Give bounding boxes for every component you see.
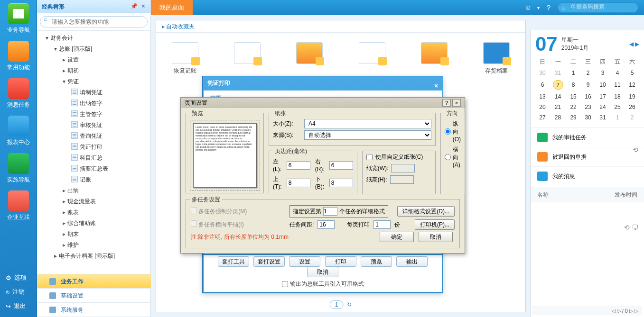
tasks-refresh-icon[interactable]: ⟲ 🗨: [624, 224, 638, 231]
cal-day-cell[interactable]: 20: [535, 102, 550, 112]
landscape-radio[interactable]: [445, 154, 451, 160]
cal-day-cell[interactable]: 9: [581, 78, 596, 91]
per-page-input[interactable]: [373, 220, 391, 229]
options-link[interactable]: ⚙选项: [0, 271, 37, 285]
cal-day-cell[interactable]: 17: [596, 91, 610, 102]
task-messages[interactable]: 我的消息: [531, 166, 644, 186]
icon-blank-1[interactable]: [233, 42, 261, 75]
btn-print-tool[interactable]: 套打工具: [218, 256, 249, 267]
chevron-down-icon[interactable]: ▾: [537, 5, 540, 10]
btn-preview[interactable]: 预览: [361, 256, 392, 267]
paper-size-select[interactable]: A4: [304, 119, 431, 128]
nav-business[interactable]: 业务导航: [0, 0, 37, 37]
leaf-fill[interactable]: 填制凭证: [37, 87, 150, 98]
cal-day-cell[interactable]: 11: [610, 78, 625, 91]
cal-day-cell[interactable]: 8: [566, 78, 581, 91]
print-dialog-close-icon[interactable]: ×: [432, 79, 440, 87]
printer-button[interactable]: 打印机(P)...: [415, 219, 455, 230]
tab-business-work[interactable]: 业务工作: [37, 274, 151, 289]
cal-prev-icon[interactable]: ◀: [629, 41, 634, 47]
nav-reports[interactable]: 报表中心: [0, 112, 37, 150]
portrait-radio[interactable]: [445, 128, 451, 135]
node-books[interactable]: ▸账表: [37, 207, 150, 218]
cal-day-cell[interactable]: 14: [550, 91, 566, 102]
icon-restore-posting[interactable]: 恢复记账: [170, 42, 199, 75]
paper-source-select[interactable]: 自动选择: [304, 130, 431, 140]
node-cashier[interactable]: ▸出纳: [37, 185, 150, 196]
node-general-ledger[interactable]: ▾总账 [演示版]: [37, 44, 150, 54]
nav-enterprise[interactable]: 企业互联: [0, 187, 37, 225]
node-earchive[interactable]: ▸电子会计档案 [演示版]: [37, 251, 150, 262]
icon-blank-4[interactable]: [420, 42, 448, 75]
btn-print[interactable]: 打印: [325, 256, 356, 267]
output-format-checkbox[interactable]: [282, 281, 288, 287]
margin-left-input[interactable]: [287, 161, 310, 170]
cal-day-cell[interactable]: 31: [550, 68, 566, 78]
leaf-query[interactable]: 查询凭证: [37, 131, 150, 142]
cal-day-cell[interactable]: 16: [581, 91, 596, 102]
cal-day-cell[interactable]: 3: [596, 68, 610, 78]
btn-print-setup[interactable]: 套打设置: [253, 256, 285, 267]
leaf-post[interactable]: 记账: [37, 174, 150, 185]
btn-cancel[interactable]: 取消: [307, 267, 338, 277]
custom-paper-checkbox[interactable]: [366, 154, 373, 160]
panel-close-icon[interactable]: ×: [140, 3, 147, 9]
barcode-search-input[interactable]: 单据条码搜索: [558, 2, 638, 13]
cal-day-cell[interactable]: 29: [566, 112, 581, 123]
cal-day-cell[interactable]: 12: [625, 78, 640, 91]
node-finance[interactable]: ▾财务会计: [37, 33, 150, 44]
refresh-icon[interactable]: ↻: [347, 301, 352, 308]
logout-link[interactable]: ⎋注销: [0, 285, 37, 299]
cal-day-cell[interactable]: 27: [535, 112, 550, 123]
cal-day-cell[interactable]: 2: [625, 112, 640, 123]
paper-width-input[interactable]: [391, 164, 415, 172]
icon-inventory[interactable]: 存货档案: [482, 42, 511, 75]
cal-day-cell[interactable]: 1: [566, 68, 581, 78]
task-number-stepper[interactable]: [323, 207, 337, 216]
cal-day-cell[interactable]: 10: [596, 78, 610, 91]
node-aux[interactable]: ▸综合辅助账: [37, 218, 150, 229]
cal-day-cell[interactable]: 28: [550, 112, 566, 123]
cal-day-cell[interactable]: 18: [610, 91, 625, 102]
node-maintain[interactable]: ▸维护: [37, 240, 150, 251]
cal-day-cell[interactable]: 26: [625, 102, 640, 112]
cal-day-cell[interactable]: 6: [535, 78, 550, 91]
help-icon[interactable]: ?: [544, 3, 553, 12]
node-initial[interactable]: ▸期初: [37, 65, 150, 76]
ok-button[interactable]: 确定: [380, 232, 414, 242]
page-setup-titlebar[interactable]: 页面设置 ? ×: [181, 98, 465, 108]
calendar-grid[interactable]: 日一二三四五六 30311234567891011121314151617181…: [535, 56, 640, 123]
nav-implement[interactable]: 实施导航: [0, 150, 37, 187]
cal-day-cell[interactable]: 22: [566, 102, 581, 112]
exit-link[interactable]: ↪退出: [0, 299, 37, 313]
margin-bottom-input[interactable]: [329, 179, 353, 187]
tree-view[interactable]: ▾财务会计 ▾总账 [演示版] ▸设置 ▸期初 ▾凭证 填制凭证 出纳签字 主管…: [37, 31, 150, 272]
cal-day-cell[interactable]: 19: [625, 91, 640, 102]
btn-export[interactable]: 输出: [396, 256, 428, 267]
cal-day-cell[interactable]: 1: [610, 112, 625, 123]
page-setup-help-icon[interactable]: ?: [442, 99, 451, 107]
nav-messages[interactable]: 消息任务: [0, 75, 37, 112]
cal-day-cell[interactable]: 4: [610, 68, 625, 78]
print-dialog-title[interactable]: 凭证打印 ×: [203, 76, 443, 90]
calendar-refresh-icon[interactable]: ⟲: [633, 146, 638, 154]
paper-height-input[interactable]: [390, 175, 414, 184]
icon-blank-2[interactable]: [295, 42, 324, 75]
cal-day-cell[interactable]: 13: [535, 91, 550, 102]
icon-blank-3[interactable]: [357, 42, 386, 75]
task-rejected[interactable]: 被退回的单据: [531, 147, 644, 166]
auto-favorites-header[interactable]: 自动收藏夹: [156, 20, 525, 33]
leaf-abstract-summary[interactable]: 摘要汇总表: [37, 163, 150, 174]
leaf-audit[interactable]: 审核凭证: [37, 120, 150, 131]
pin-icon[interactable]: 📌: [131, 3, 137, 9]
tree-search-input[interactable]: [40, 16, 148, 27]
cal-day-cell[interactable]: 31: [596, 112, 610, 123]
cal-day-cell[interactable]: 30: [535, 68, 550, 78]
desktop-pagination[interactable]: 1 ↻: [330, 300, 352, 309]
tab-my-desktop[interactable]: 我的桌面: [151, 0, 193, 15]
tab-basic-setup[interactable]: 基础设置: [37, 289, 151, 303]
cal-day-cell[interactable]: 21: [550, 102, 566, 112]
detail-format-button[interactable]: 详细格式设置(D)...: [397, 206, 455, 217]
cancel-button[interactable]: 取消: [419, 232, 453, 242]
task-gap-input[interactable]: [317, 220, 335, 229]
